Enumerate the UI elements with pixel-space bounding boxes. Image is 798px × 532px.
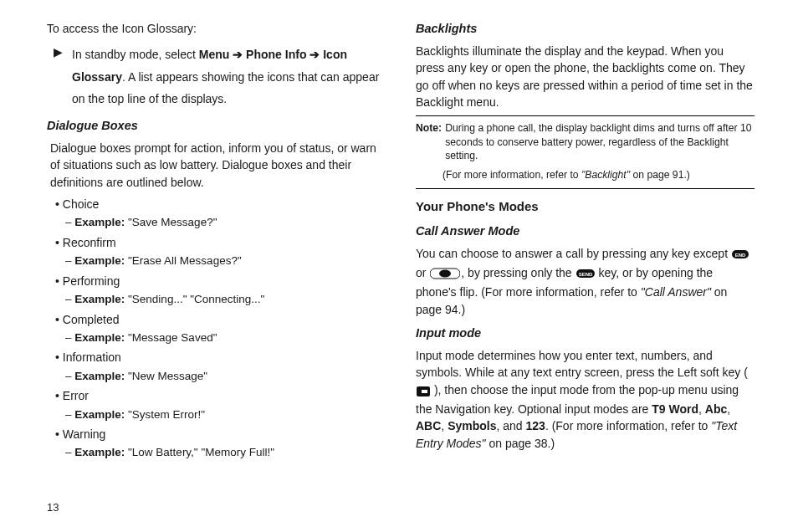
item-name: Choice [63, 197, 100, 211]
page-number: 13 [47, 501, 59, 514]
note-ref-pre: (For more information, refer to [442, 169, 581, 181]
item-name: Performing [63, 274, 120, 288]
svg-point-3 [439, 270, 451, 278]
backlights-body: Backlights illuminate the display and th… [416, 43, 755, 110]
step-text: In standby mode, select Menu ➔ Phone Inf… [72, 43, 386, 110]
call-answer-body: You can choose to answer a call by press… [416, 245, 755, 318]
abc2-label: ABC [416, 419, 441, 432]
input-mode-heading: Input mode [416, 325, 755, 342]
example-label: Example: [74, 331, 128, 344]
example-line: – Example: "Sending..." "Connecting..." [65, 291, 386, 308]
send-key-icon: SEND [576, 267, 595, 284]
input-c: . (For more information, refer to [545, 419, 711, 432]
example-text: "Save Message?" [128, 216, 217, 228]
svg-text:END: END [735, 253, 746, 258]
t9-label: T9 Word [652, 402, 698, 416]
list-item: • Completed [55, 311, 386, 328]
backlights-heading: Backlights [416, 20, 755, 38]
note-line: Note: During a phone call, the display b… [416, 121, 755, 162]
list-item: • Reconfirm [55, 234, 386, 251]
item-name: Information [63, 350, 121, 364]
step-pre: In standby mode, select [72, 48, 199, 61]
svg-rect-7 [422, 390, 427, 393]
and-text: , and [496, 419, 525, 432]
input-d: on page 38.) [486, 437, 555, 450]
input-a: Input mode determines how you enter text… [416, 349, 748, 379]
example-label: Example: [74, 293, 128, 305]
step-marker-icon: ▶ [54, 43, 72, 110]
example-label: Example: [74, 446, 128, 458]
example-label: Example: [74, 216, 128, 228]
arrow1: ➔ [229, 48, 246, 61]
num-label: 123 [526, 419, 545, 432]
call-b: or [416, 266, 429, 279]
softkey-icon [417, 384, 430, 401]
clr-key-icon [430, 267, 460, 284]
list-item: • Warning [55, 426, 386, 442]
svg-text:SEND: SEND [578, 272, 592, 277]
list-item: • Performing [55, 273, 386, 289]
example-text: "Sending..." "Connecting..." [128, 293, 264, 305]
example-text: "Erase All Messages?" [128, 254, 242, 267]
step-item: ▶ In standby mode, select Menu ➔ Phone I… [54, 43, 386, 110]
list-item: • Error [55, 387, 386, 404]
item-name: Completed [63, 313, 120, 326]
example-line: – Example: "New Message" [65, 368, 386, 385]
item-name: Reconfirm [63, 236, 116, 249]
manual-page: To access the Icon Glossary: ▶ In standb… [0, 0, 798, 532]
modes-heading: Your Phone's Modes [416, 197, 755, 216]
example-line: – Example: "Erase All Messages?" [65, 253, 386, 269]
call-c: , by pressing only the [461, 266, 575, 279]
call-ref-title: "Call Answer" [641, 285, 711, 299]
list-item: • Information [55, 349, 386, 366]
example-line: – Example: "System Error!" [65, 407, 386, 423]
call-answer-heading: Call Answer Mode [416, 223, 755, 240]
note-ref-post: on page 91.) [630, 169, 690, 181]
item-name: Error [63, 389, 89, 402]
phoneinfo-label: Phone Info [246, 48, 306, 61]
example-text: "System Error!" [128, 408, 205, 421]
example-line: – Example: "Message Saved" [65, 330, 386, 346]
note-block: Note: During a phone call, the display b… [416, 115, 755, 189]
note-label: Note: [416, 121, 445, 162]
dialogue-boxes-body: Dialogue boxes prompt for action, inform… [50, 140, 386, 191]
input-mode-body: Input mode determines how you enter text… [416, 347, 755, 452]
example-label: Example: [74, 370, 128, 382]
intro-text: To access the Icon Glossary: [47, 20, 386, 37]
example-label: Example: [74, 254, 128, 267]
note-ref-title: "Backlight" [581, 169, 630, 181]
left-column: To access the Icon Glossary: ▶ In standb… [47, 20, 386, 463]
menu-label: Menu [199, 48, 230, 61]
example-text: "Message Saved" [128, 331, 217, 344]
example-label: Example: [74, 408, 128, 421]
end-key-icon: END [732, 248, 749, 264]
note-body: During a phone call, the display backlig… [445, 121, 755, 162]
two-column-layout: To access the Icon Glossary: ▶ In standb… [47, 20, 761, 463]
example-line: – Example: "Low Battery," "Memory Full!" [65, 444, 386, 461]
note-reference: (For more information, refer to "Backlig… [442, 168, 755, 182]
call-a: You can choose to answer a call by press… [416, 247, 731, 260]
list-item: • Choice [55, 196, 386, 212]
item-name: Warning [63, 427, 106, 441]
example-line: – Example: "Save Message?" [65, 214, 386, 231]
arrow2: ➔ [306, 48, 323, 61]
example-text: "New Message" [128, 370, 207, 382]
example-text: "Low Battery," "Memory Full!" [128, 446, 274, 458]
symbols-label: Symbols [448, 419, 496, 432]
dialogue-boxes-heading: Dialogue Boxes [47, 117, 386, 135]
right-column: Backlights Backlights illuminate the dis… [416, 20, 761, 463]
abc1-label: Abc [705, 402, 727, 416]
